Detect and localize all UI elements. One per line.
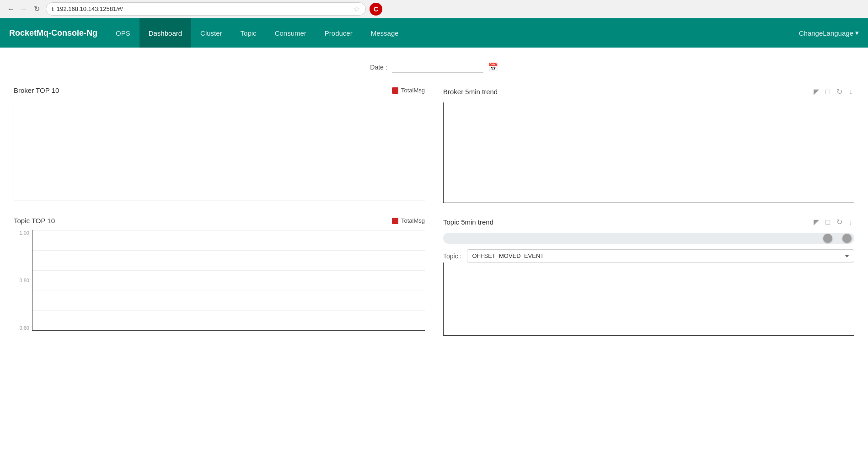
charts-grid: Broker TOP 10 TotalMsg Broker 5min trend… xyxy=(14,86,854,336)
broker-trend-chart xyxy=(443,102,854,203)
y-label-100: 1.00 xyxy=(14,230,29,236)
topic-selector-label: Topic : xyxy=(443,252,461,260)
browser-chrome: ← → ↻ ℹ ☆ C xyxy=(0,0,868,18)
grid-line-2 xyxy=(32,250,425,251)
date-label: Date : xyxy=(370,64,387,71)
topic-trend-title: Topic 5min trend xyxy=(443,218,493,226)
grid-line-4 xyxy=(32,290,425,290)
topic-trend-panel: Topic 5min trend ◤ □ ↻ ↓ Topic : xyxy=(443,217,854,336)
bookmark-icon[interactable]: ☆ xyxy=(354,5,360,13)
broker-top10-header: Broker TOP 10 TotalMsg xyxy=(14,86,425,94)
topic-download-btn[interactable]: ↓ xyxy=(847,217,854,227)
y-label-080: 0.80 xyxy=(14,278,29,283)
broker-top10-legend: TotalMsg xyxy=(392,87,425,94)
topic-y-axis: 1.00 0.80 0.60 xyxy=(14,230,32,331)
broker-trend-panel: Broker 5min trend ◤ □ ↻ ↓ xyxy=(443,86,854,203)
y-label-060: 0.60 xyxy=(14,325,29,331)
topic-trend-header: Topic 5min trend ◤ □ ↻ ↓ xyxy=(443,217,854,227)
topic-refresh-btn[interactable]: ↻ xyxy=(835,217,844,227)
broker-top10-gridlines xyxy=(14,100,425,200)
topic-top10-header: Topic TOP 10 TotalMsg xyxy=(14,217,425,225)
broker-expand-btn[interactable]: ◤ xyxy=(812,86,821,97)
grid-line-1 xyxy=(32,230,425,230)
broker-fullscreen-btn[interactable]: □ xyxy=(824,87,832,97)
broker-download-btn[interactable]: ↓ xyxy=(847,87,854,97)
topic-trend-slider[interactable] xyxy=(443,233,854,244)
topic-trend-chart xyxy=(443,262,854,336)
topic-trend-slider-row xyxy=(443,233,854,244)
lock-icon: ℹ xyxy=(52,6,54,12)
broker-top10-chart-wrapper xyxy=(14,100,425,200)
topic-legend-label: TotalMsg xyxy=(401,217,425,224)
topic-expand-btn[interactable]: ◤ xyxy=(812,217,821,227)
topic-top10-legend: TotalMsg xyxy=(392,217,425,224)
nav-item-message[interactable]: Message xyxy=(362,18,408,48)
topic-select[interactable]: OFFSET_MOVED_EVENT xyxy=(467,249,854,262)
forward-button[interactable]: → xyxy=(18,4,29,15)
topic-top10-gridlines xyxy=(32,230,425,330)
nav-item-cluster[interactable]: Cluster xyxy=(191,18,231,48)
grid-line-3 xyxy=(32,270,425,271)
nav-item-consumer[interactable]: Consumer xyxy=(266,18,316,48)
broker-top10-chart xyxy=(14,100,425,200)
topic-top10-chart-wrapper: 1.00 0.80 0.60 xyxy=(14,230,425,331)
change-language[interactable]: ChangeLanguage ▾ xyxy=(799,29,859,37)
slider-handle-right[interactable] xyxy=(842,234,852,243)
topic-top10-chart xyxy=(32,230,425,331)
topic-selector-row: Topic : OFFSET_MOVED_EVENT xyxy=(443,249,854,262)
date-section: Date : 📅 xyxy=(14,57,854,73)
nav-item-producer[interactable]: Producer xyxy=(316,18,362,48)
broker-refresh-btn[interactable]: ↻ xyxy=(835,86,844,97)
nav-items: OPS Dashboard Cluster Topic Consumer Pro… xyxy=(107,18,799,48)
date-input[interactable] xyxy=(392,61,483,73)
nav-item-dashboard[interactable]: Dashboard xyxy=(139,18,191,48)
broker-legend-label: TotalMsg xyxy=(401,87,425,94)
broker-top10-panel: Broker TOP 10 TotalMsg xyxy=(14,86,425,203)
refresh-button[interactable]: ↻ xyxy=(31,4,42,15)
topic-top10-panel: Topic TOP 10 TotalMsg 1.00 0.80 0.60 xyxy=(14,217,425,336)
nav-buttons: ← → ↻ xyxy=(5,4,42,15)
broker-top10-title: Broker TOP 10 xyxy=(14,86,59,94)
slider-handle-left[interactable] xyxy=(823,234,832,243)
browser-menu-button[interactable]: C xyxy=(370,3,382,16)
calendar-icon[interactable]: 📅 xyxy=(488,62,498,72)
broker-trend-header: Broker 5min trend ◤ □ ↻ ↓ xyxy=(443,86,854,97)
broker-trend-toolbar: ◤ □ ↻ ↓ xyxy=(812,86,854,97)
broker-trend-title: Broker 5min trend xyxy=(443,88,498,96)
nav-item-ops[interactable]: OPS xyxy=(107,18,139,48)
address-bar: ℹ ☆ xyxy=(46,2,366,16)
topic-fullscreen-btn[interactable]: □ xyxy=(824,217,832,227)
topic-top10-title: Topic TOP 10 xyxy=(14,217,55,225)
topic-trend-toolbar: ◤ □ ↻ ↓ xyxy=(812,217,854,227)
grid-line-5 xyxy=(32,310,425,311)
broker-legend-color xyxy=(392,87,398,94)
navbar: RocketMq-Console-Ng OPS Dashboard Cluste… xyxy=(0,18,868,48)
back-button[interactable]: ← xyxy=(5,4,16,15)
nav-item-topic[interactable]: Topic xyxy=(231,18,266,48)
topic-legend-color xyxy=(392,218,398,224)
url-input[interactable] xyxy=(57,5,351,12)
brand-label: RocketMq-Console-Ng xyxy=(9,28,97,38)
main-content: Date : 📅 Broker TOP 10 TotalMsg xyxy=(0,48,868,450)
